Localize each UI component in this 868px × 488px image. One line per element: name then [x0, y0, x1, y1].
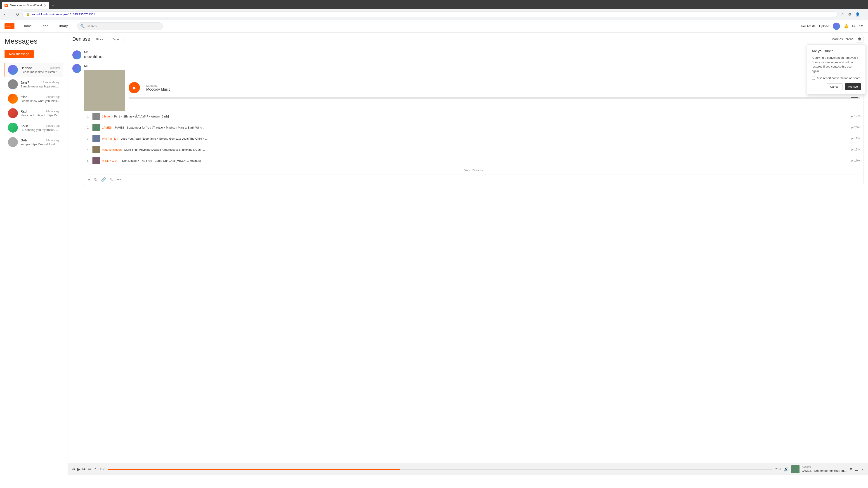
track-list-item[interactable]: 1 J4yden - Py-1 × 2Ectasy-ตั้งใจไม่ได้หล… — [84, 111, 863, 122]
player-volume-button[interactable]: 🔊 — [784, 467, 789, 472]
message-avatar-2 — [72, 64, 81, 73]
conv-info: Denisse Just now Please make time to lis… — [21, 66, 60, 74]
player-progress-bar[interactable] — [108, 469, 773, 470]
bookmark-icon[interactable]: ☆ — [839, 11, 845, 18]
mark-unread-button[interactable]: Mark as unread — [832, 37, 854, 41]
user-avatar[interactable] — [833, 23, 840, 30]
track-list-separator: - — [120, 159, 122, 162]
conversation-list: Denisse Just now Please make time to lis… — [4, 63, 63, 149]
search-input[interactable] — [87, 24, 159, 28]
track-card-top: ▶ Moodjoy Moodjoy Music 3:05 — [84, 70, 863, 111]
track-list-item[interactable]: 2 JAMES - JAMES - September for You (Thr… — [84, 122, 863, 133]
new-tab-button[interactable]: + — [50, 2, 56, 9]
player-track-artist: JAMES — [802, 466, 847, 469]
player-play-button[interactable]: ▶ — [77, 467, 81, 472]
copy-link-button[interactable]: 🔗 — [101, 177, 106, 182]
extensions-icon[interactable]: ⚙ — [847, 11, 852, 18]
track-thumb-small — [92, 146, 100, 153]
track-waveform[interactable]: 3:05 — [129, 97, 860, 99]
track-play-count: ▶ 256K — [851, 126, 861, 129]
conv-preview: Let me know what you think. Thanks! — [21, 99, 60, 103]
track-artist: Moodjoy — [146, 84, 170, 88]
nav-library[interactable]: Library — [53, 20, 72, 33]
conversation-item[interactable]: Denisse Just now Please make time to lis… — [4, 63, 63, 77]
conversation-item[interactable]: GAb 9 hours ago sample https://soundclou… — [4, 135, 63, 149]
nav-links: Home Feed Library — [18, 20, 72, 33]
messages-body: Me check this out Me — [68, 46, 868, 463]
nav-home[interactable]: Home — [18, 20, 36, 33]
nav-feed[interactable]: Feed — [36, 20, 53, 33]
track-list-title: Py-1 × 2Ectasy-ตั้งใจไม่ได้หลอกหมาอ้าฟฟฺ — [114, 115, 169, 118]
report-button[interactable]: Report — [109, 36, 123, 42]
confirm-actions: Cancel Archive — [812, 84, 861, 90]
nav-for-artists[interactable]: For Artists — [801, 24, 815, 28]
new-message-button[interactable]: New message — [4, 50, 34, 58]
archive-button[interactable]: Archive — [845, 84, 861, 90]
browser-chrome: SC Messages on SoundCloud ✕ + ‹ › ↺ 🔒 so… — [0, 0, 868, 20]
track-list-title: More Than Anything (Axwell Λ Ingrosso x … — [124, 148, 206, 151]
messages-icon[interactable]: ✉ — [852, 24, 856, 29]
block-button[interactable]: Block — [93, 36, 106, 42]
player-next-button[interactable]: ⏭ — [82, 467, 86, 471]
conv-name: mia* — [21, 95, 27, 99]
track-list-title: Don Diablo X The Fray - Cable Car Grief … — [122, 159, 201, 162]
search-bar[interactable]: 🔍 — [77, 22, 163, 30]
more-actions-button[interactable]: ••• — [117, 177, 121, 182]
track-number: 5 — [87, 159, 90, 162]
spam-label: Also report conversation as spam — [817, 76, 860, 80]
conv-avatar — [8, 108, 18, 118]
notifications-icon[interactable]: 🔔 — [844, 24, 848, 29]
nav-upload[interactable]: Upload — [819, 24, 829, 28]
conv-info: Jane7 18 seconds ago Sample message http… — [21, 80, 60, 88]
conversation-item[interactable]: Jane7 18 seconds ago Sample message http… — [4, 77, 63, 92]
conv-time: 9 hours ago — [46, 124, 60, 127]
edit-button[interactable]: ✎ — [110, 177, 113, 182]
player-more-button[interactable]: ⋮ — [860, 467, 864, 472]
track-duration: 3:05 — [851, 97, 858, 98]
track-list-separator: - — [112, 115, 114, 118]
spam-checkbox[interactable] — [812, 76, 815, 80]
track-list-item[interactable]: 5 MIKEY C VIP - Don Diablo X The Fray - … — [84, 155, 863, 166]
conversation-item[interactable]: mia* 9 hours ago Let me know what you th… — [4, 92, 63, 106]
track-list-item[interactable]: 4 Matt Tomlinson - More Than Anything (A… — [84, 144, 863, 155]
confirm-dialog: Are you sure? Archiving a conversation r… — [807, 44, 866, 95]
cancel-button[interactable]: Cancel — [827, 84, 842, 90]
message-text: check this out — [84, 55, 864, 59]
url-text: soundcloud.com/messages/101395:135070136… — [32, 13, 834, 16]
conv-preview: sample https://soundcloud.com/a24beaba/s… — [21, 142, 60, 146]
close-tab-button[interactable]: ✕ — [43, 3, 46, 8]
player-queue-button[interactable]: ☰ — [855, 467, 858, 472]
tab-title: Messages on SoundCloud — [10, 4, 42, 7]
conv-time: 9 hours ago — [46, 139, 60, 142]
address-bar[interactable]: 🔒 soundcloud.com/messages/101395:1350701… — [22, 11, 838, 18]
browser-tab[interactable]: SC Messages on SoundCloud ✕ — [2, 2, 49, 9]
incognito-label[interactable] — [863, 13, 865, 15]
track-list-artist: JAMES — [102, 126, 112, 129]
conversation-item[interactable]: Raul 9 hours ago Hey, check this out. ht… — [4, 106, 63, 121]
conv-header: GAb 9 hours ago — [21, 138, 60, 142]
player-repeat-button[interactable]: ↺ — [93, 467, 97, 472]
more-icon[interactable]: ••• — [859, 24, 864, 29]
conv-info: rizzle 9 hours ago Hi, sending you my tr… — [21, 124, 60, 131]
contact-name: Denisse — [72, 36, 90, 42]
player-prev-button[interactable]: ⏮ — [71, 467, 75, 471]
player-shuffle-button[interactable]: ⇌ — [88, 467, 92, 472]
player-like-button[interactable]: ♥ — [850, 467, 852, 471]
conv-info: Raul 9 hours ago Hey, check this out. ht… — [21, 109, 60, 117]
view-all-tracks[interactable]: View 15 tracks — [84, 166, 863, 174]
track-list-item[interactable]: 3 Will Palmieri - Lose You Again (Elepha… — [84, 133, 863, 144]
soundcloud-logo[interactable]: ≈≈≈ — [4, 23, 14, 29]
delete-button[interactable]: 🗑 — [856, 36, 864, 42]
back-button[interactable]: ‹ — [3, 11, 7, 18]
profile-icon[interactable]: 👤 — [854, 11, 861, 18]
track-list-title: Lose You Again (Elephante x Selena Gomez… — [121, 137, 208, 140]
track-play-count: ▶ 123K — [851, 137, 861, 140]
player-track-info: JAMES JAMES - September for You (Throttl… — [792, 465, 847, 473]
repost-button[interactable]: ↻ — [94, 177, 97, 182]
refresh-button[interactable]: ↺ — [14, 11, 21, 18]
track-list-separator: - — [113, 126, 114, 129]
forward-button[interactable]: › — [8, 11, 13, 18]
track-play-button[interactable]: ▶ — [129, 82, 140, 93]
like-button[interactable]: ♥ — [88, 177, 90, 182]
conversation-item[interactable]: rizzle 9 hours ago Hi, sending you my tr… — [4, 121, 63, 135]
